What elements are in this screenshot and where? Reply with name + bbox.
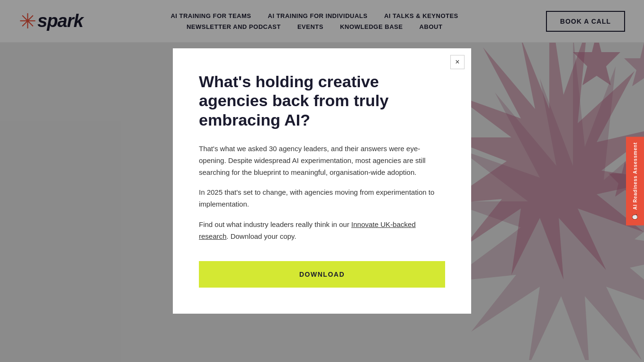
modal-body-3-prefix: Find out what industry leaders really th… <box>199 220 351 228</box>
modal-body-paragraph-2: In 2025 that's set to change, with agenc… <box>199 187 445 210</box>
modal-body-paragraph-1: That's what we asked 30 agency leaders, … <box>199 143 445 178</box>
modal-close-button[interactable]: × <box>450 55 465 69</box>
ai-readiness-tab[interactable]: 💬 AI Readiness Assessment <box>626 136 644 225</box>
modal-download-button[interactable]: DOWNLOAD <box>199 261 445 288</box>
modal-overlay: × What's holding creative agencies back … <box>0 0 644 362</box>
side-tab-icon: 💬 <box>633 214 638 220</box>
modal-body-3-suffix: . Download your copy. <box>226 232 296 240</box>
side-tab-label: AI Readiness Assessment <box>633 142 638 210</box>
modal-title: What's holding creative agencies back fr… <box>199 72 445 130</box>
modal-body-paragraph-3: Find out what industry leaders really th… <box>199 219 445 243</box>
modal-dialog: × What's holding creative agencies back … <box>173 48 471 314</box>
side-tab-container: 💬 AI Readiness Assessment <box>626 136 644 225</box>
